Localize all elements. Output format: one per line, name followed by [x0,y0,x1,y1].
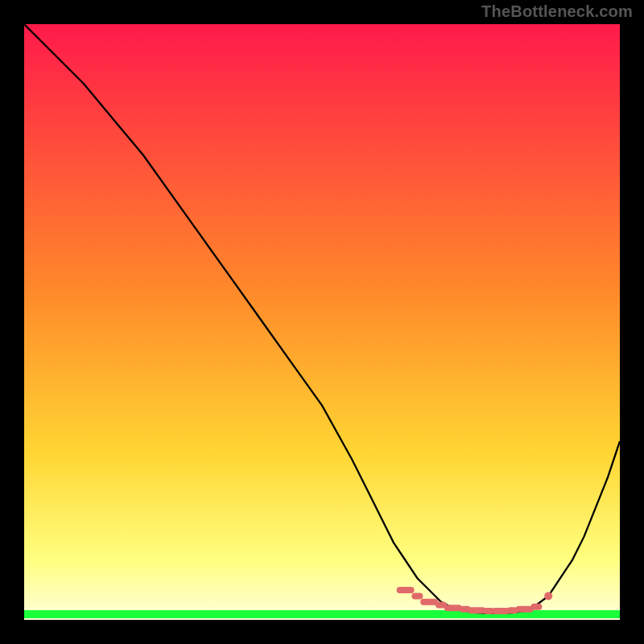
optimal-marker-dot [544,592,552,600]
plot-area [24,24,620,620]
gradient-backdrop [24,24,620,620]
watermark-text: TheBottleneck.com [481,2,633,21]
plot-svg [24,24,620,620]
chart-stage: TheBottleneck.com [0,0,644,644]
